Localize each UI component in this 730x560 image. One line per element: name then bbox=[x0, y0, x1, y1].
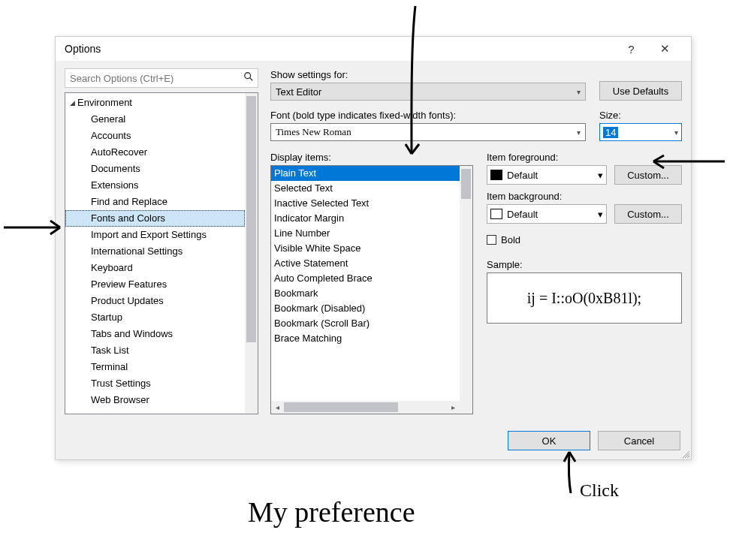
show-settings-combo[interactable]: Text Editor ▾ bbox=[270, 83, 586, 101]
show-settings-label: Show settings for: bbox=[270, 69, 586, 80]
search-wrap bbox=[65, 68, 258, 88]
display-item[interactable]: Plain Text bbox=[271, 166, 460, 181]
size-combo[interactable]: 14 ▾ bbox=[599, 123, 682, 141]
tree-item[interactable]: Startup bbox=[65, 309, 245, 326]
display-item[interactable]: Bookmark bbox=[271, 286, 460, 301]
scroll-left-icon[interactable]: ◂ bbox=[271, 403, 284, 411]
display-item[interactable]: Active Statement bbox=[271, 256, 460, 271]
bg-custom-button[interactable]: Custom... bbox=[614, 204, 682, 224]
bg-label: Item background: bbox=[487, 191, 682, 202]
options-dialog: Options ? ✕ ◢ Environment Gene bbox=[55, 36, 692, 460]
list-hscroll[interactable]: ◂ ▸ bbox=[271, 401, 460, 414]
fg-combo[interactable]: Default ▾ bbox=[487, 165, 607, 185]
display-item[interactable]: Selected Text bbox=[271, 181, 460, 196]
display-items-label: Display items: bbox=[270, 152, 473, 163]
bold-checkbox-row[interactable]: Bold bbox=[487, 234, 682, 245]
fg-label: Item foreground: bbox=[487, 152, 682, 163]
font-value: Times New Roman bbox=[276, 126, 577, 138]
category-tree[interactable]: ◢ Environment GeneralAccountsAutoRecover… bbox=[65, 92, 258, 414]
tree-item[interactable]: General bbox=[65, 111, 245, 128]
bg-value: Default bbox=[507, 209, 593, 220]
size-label: Size: bbox=[599, 110, 682, 121]
annotation-click: Click bbox=[580, 480, 619, 501]
scrollbar-thumb[interactable] bbox=[246, 96, 256, 342]
ok-label: OK bbox=[542, 435, 557, 447]
close-button[interactable]: ✕ bbox=[648, 38, 682, 60]
tree-root-row[interactable]: ◢ Environment bbox=[65, 95, 245, 111]
use-defaults-label: Use Defaults bbox=[613, 86, 668, 97]
display-items-list[interactable]: Plain TextSelected TextInactive Selected… bbox=[270, 165, 473, 414]
bg-swatch bbox=[490, 209, 502, 219]
display-item[interactable]: Indicator Margin bbox=[271, 211, 460, 226]
sample-label: Sample: bbox=[487, 259, 682, 270]
chevron-down-icon: ▾ bbox=[674, 128, 678, 137]
tree-item[interactable]: Task List bbox=[65, 342, 245, 359]
chevron-down-icon: ▾ bbox=[598, 170, 603, 181]
tree-item[interactable]: Terminal bbox=[65, 359, 245, 375]
tree-item[interactable]: Extensions bbox=[65, 177, 245, 194]
caret-down-icon: ◢ bbox=[70, 95, 77, 111]
chevron-down-icon: ▾ bbox=[577, 128, 581, 137]
display-item[interactable]: Bookmark (Scroll Bar) bbox=[271, 316, 460, 331]
display-item[interactable]: Auto Completed Brace bbox=[271, 271, 460, 286]
tree-item[interactable]: Preview Features bbox=[65, 276, 245, 293]
font-label: Font (bold type indicates fixed-width fo… bbox=[270, 110, 586, 121]
list-vscroll[interactable] bbox=[460, 166, 472, 401]
tree-item[interactable]: Trust Settings bbox=[65, 375, 245, 392]
bold-label: Bold bbox=[501, 234, 520, 245]
tree-item[interactable]: Documents bbox=[65, 161, 245, 177]
tree-item[interactable]: Accounts bbox=[65, 128, 245, 144]
size-value: 14 bbox=[603, 127, 618, 138]
scroll-corner bbox=[460, 401, 472, 414]
bold-checkbox[interactable] bbox=[487, 235, 496, 245]
fg-value: Default bbox=[507, 170, 593, 181]
display-item[interactable]: Bookmark (Disabled) bbox=[271, 301, 460, 316]
tree-item[interactable]: Keyboard bbox=[65, 260, 245, 276]
tree-item[interactable]: Tabs and Windows bbox=[65, 326, 245, 342]
resize-grip[interactable] bbox=[680, 449, 689, 458]
display-item[interactable]: Inactive Selected Text bbox=[271, 196, 460, 211]
font-combo[interactable]: Times New Roman ▾ bbox=[270, 123, 586, 141]
sample-text: ij = I::oO(0xB81l); bbox=[527, 290, 641, 307]
titlebar: Options ? ✕ bbox=[56, 37, 691, 61]
annotation-preference: My preference bbox=[248, 495, 415, 528]
tree-item[interactable]: International Settings bbox=[65, 243, 245, 260]
ok-button[interactable]: OK bbox=[508, 431, 590, 450]
cancel-label: Cancel bbox=[624, 435, 654, 447]
dialog-title: Options bbox=[65, 43, 614, 55]
search-input[interactable] bbox=[65, 68, 258, 88]
display-item[interactable]: Visible White Space bbox=[271, 241, 460, 256]
help-button[interactable]: ? bbox=[614, 38, 648, 60]
use-defaults-button[interactable]: Use Defaults bbox=[599, 81, 682, 101]
chevron-down-icon: ▾ bbox=[577, 88, 581, 96]
display-item[interactable]: Line Number bbox=[271, 226, 460, 241]
bg-combo[interactable]: Default ▾ bbox=[487, 204, 607, 224]
custom-label: Custom... bbox=[627, 209, 669, 220]
dialog-footer: OK Cancel bbox=[56, 423, 691, 459]
custom-label: Custom... bbox=[627, 170, 669, 181]
tree-scrollbar[interactable] bbox=[245, 93, 258, 414]
tree-item[interactable]: Find and Replace bbox=[65, 194, 245, 210]
tree-item[interactable]: Web Browser bbox=[65, 392, 245, 408]
scrollbar-thumb[interactable] bbox=[284, 402, 398, 412]
fg-swatch bbox=[490, 170, 502, 180]
sample-box: ij = I::oO(0xB81l); bbox=[487, 272, 682, 324]
fg-custom-button[interactable]: Custom... bbox=[614, 165, 682, 185]
tree-root-label: Environment bbox=[77, 95, 132, 111]
scroll-right-icon[interactable]: ▸ bbox=[447, 403, 460, 411]
tree-item[interactable]: Import and Export Settings bbox=[65, 227, 245, 243]
tree-item[interactable]: Fonts and Colors bbox=[65, 210, 245, 227]
tree-item[interactable]: AutoRecover bbox=[65, 144, 245, 161]
tree-item[interactable]: Product Updates bbox=[65, 293, 245, 309]
cancel-button[interactable]: Cancel bbox=[598, 431, 680, 450]
chevron-down-icon: ▾ bbox=[598, 209, 603, 220]
display-item[interactable]: Brace Matching bbox=[271, 331, 460, 346]
scrollbar-thumb[interactable] bbox=[461, 169, 471, 199]
show-settings-value: Text Editor bbox=[276, 86, 577, 98]
